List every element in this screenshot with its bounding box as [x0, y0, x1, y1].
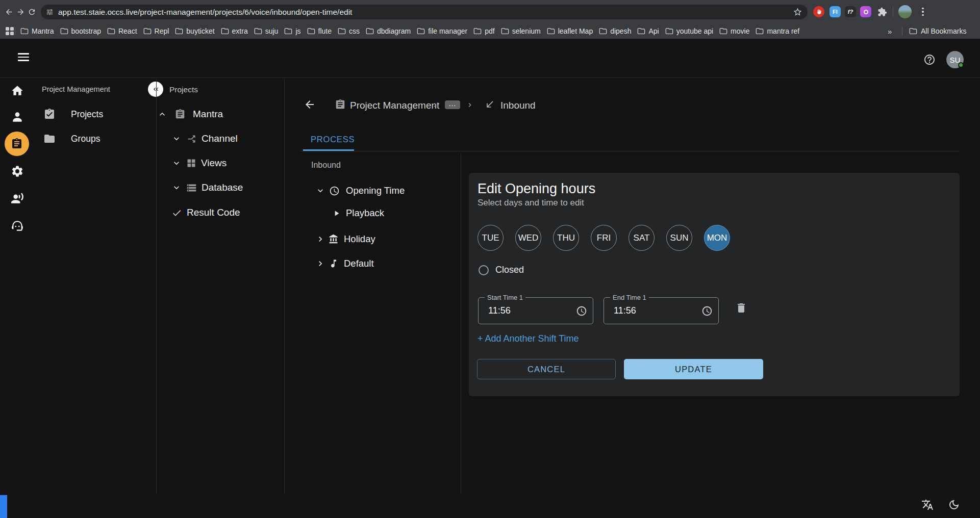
tab-process[interactable]: PROCESS: [311, 135, 355, 144]
translate-icon[interactable]: [921, 499, 934, 511]
playback-label: Playback: [346, 208, 384, 219]
browser-reload-icon[interactable]: [28, 7, 37, 16]
end-time-field[interactable]: End Time 1 11:56: [604, 297, 719, 324]
tree-node-playback[interactable]: Playback: [332, 208, 384, 219]
bookmark-item[interactable]: css: [338, 27, 360, 35]
rail-home-icon[interactable]: [11, 84, 24, 97]
folder-icon: [909, 27, 917, 35]
chevron-right-icon: [315, 258, 325, 269]
dark-mode-icon[interactable]: [948, 499, 960, 511]
tree-node-channel[interactable]: Channel: [171, 133, 238, 144]
tree-node-result-code[interactable]: Result Code: [171, 207, 240, 218]
bookmark-item[interactable]: movie: [719, 27, 749, 35]
menu-toggle-button[interactable]: [18, 53, 29, 61]
help-icon[interactable]: [923, 54, 936, 66]
back-nav-button[interactable]: [304, 98, 316, 111]
bookmark-item[interactable]: Api: [637, 27, 659, 35]
tree-node-database[interactable]: Database: [171, 182, 243, 193]
bookmarks-separator: [15, 27, 15, 35]
adblock-extension-icon[interactable]: [813, 6, 824, 17]
bookmarks-overflow-chevron[interactable]: »: [888, 23, 892, 39]
tree-channel-label: Channel: [202, 133, 238, 144]
day-chip-sat[interactable]: SAT: [629, 225, 655, 251]
bookmark-item[interactable]: youtube api: [665, 27, 713, 35]
browser-menu-icon[interactable]: [919, 6, 926, 17]
bookmark-item[interactable]: dipesh: [599, 27, 631, 35]
tree-node-views[interactable]: Views: [171, 158, 227, 169]
day-chip-thu[interactable]: THU: [553, 225, 579, 251]
folder-icon: [417, 27, 425, 35]
tree-node-default[interactable]: Default: [315, 258, 374, 269]
bookmark-item[interactable]: dbdiagram: [366, 27, 411, 35]
breadcrumb-ellipsis-button[interactable]: …: [445, 100, 460, 109]
bookmark-item[interactable]: leaflet Map: [547, 27, 593, 35]
extensions-puzzle-icon[interactable]: [876, 6, 888, 17]
rail-users-icon[interactable]: [11, 110, 24, 123]
bookmark-item[interactable]: file manager: [417, 27, 467, 35]
nav-item-projects[interactable]: Projects: [43, 108, 103, 120]
folder-icon: [175, 27, 183, 35]
bookmark-item[interactable]: suju: [254, 27, 279, 35]
collapse-panel-button[interactable]: [148, 82, 163, 97]
browser-toolbar: app.test.staie.occs.live/project-managem…: [0, 0, 980, 23]
breadcrumb-project-icon: [335, 99, 346, 110]
rail-agent-icon[interactable]: [11, 219, 24, 232]
edit-opening-hours-panel: Edit Opening hours Select days and time …: [469, 173, 960, 396]
day-chip-sun[interactable]: SUN: [666, 225, 692, 251]
breadcrumb-separator-icon: [431, 101, 439, 109]
site-controls-icon[interactable]: [46, 8, 54, 16]
bookmark-item[interactable]: Mantra: [20, 27, 54, 35]
all-bookmarks-button[interactable]: All Bookmarks: [909, 23, 966, 39]
bookmark-item[interactable]: selenium: [501, 27, 541, 35]
bookmark-item[interactable]: buyticket: [175, 27, 214, 35]
fi-extension-icon[interactable]: FI: [830, 6, 841, 17]
update-button[interactable]: UPDATE: [624, 359, 763, 379]
bookmark-item[interactable]: bootstrap: [60, 27, 101, 35]
bookmark-item[interactable]: Repl: [143, 27, 169, 35]
tree-node-opening-time[interactable]: Opening Time: [315, 185, 405, 196]
chevron-down-icon: [315, 186, 325, 196]
browser-forward-icon[interactable]: [16, 7, 26, 16]
holiday-label: Holiday: [344, 234, 375, 245]
apps-grid-icon[interactable]: [6, 27, 14, 35]
bookmark-label: suju: [265, 27, 279, 35]
inbound-call-received-icon: [485, 99, 495, 110]
day-chip-mon[interactable]: MON: [704, 225, 730, 251]
day-chip-tue[interactable]: TUE: [478, 225, 504, 251]
breadcrumb-project[interactable]: Project Management: [350, 100, 439, 111]
bookmark-item[interactable]: React: [107, 27, 137, 35]
rail-settings-icon[interactable]: [11, 165, 24, 178]
start-time-field[interactable]: Start Time 1 11:56: [478, 297, 593, 324]
bookmark-item[interactable]: pdf: [473, 27, 494, 35]
start-time-value: 11:56: [488, 305, 511, 316]
bookmarks-bar: MantrabootstrapReactReplbuyticketextrasu…: [0, 23, 980, 39]
fq-extension-icon[interactable]: f?: [845, 6, 856, 17]
radio-unchecked-icon[interactable]: [479, 265, 489, 275]
bookmark-item[interactable]: js: [284, 27, 300, 35]
tree-node-mantra[interactable]: Mantra: [157, 109, 223, 120]
day-chip-wed[interactable]: WED: [515, 225, 541, 251]
browser-profile-avatar[interactable]: [898, 5, 912, 18]
end-time-value: 11:56: [614, 305, 636, 316]
nav-item-groups[interactable]: Groups: [43, 133, 100, 145]
bookmark-label: css: [349, 27, 360, 35]
add-shift-link[interactable]: + Add Another Shift Time: [478, 333, 579, 344]
user-avatar[interactable]: SU: [946, 51, 964, 68]
day-chip-fri[interactable]: FRI: [591, 225, 617, 251]
bookmark-item[interactable]: extra: [221, 27, 248, 35]
tree-node-holiday[interactable]: Holiday: [315, 234, 375, 245]
bookmark-star-icon[interactable]: [793, 7, 802, 17]
closed-option[interactable]: Closed: [479, 265, 524, 275]
bookmark-item[interactable]: flute: [307, 27, 332, 35]
bookmark-item[interactable]: mantra ref: [756, 27, 799, 35]
rail-voice-icon[interactable]: [11, 192, 24, 205]
browser-back-icon[interactable]: [5, 7, 14, 16]
folder-icon: [338, 27, 346, 35]
clock-icon[interactable]: [701, 305, 713, 317]
cancel-button[interactable]: CANCEL: [477, 359, 616, 379]
purple-extension-icon[interactable]: [860, 6, 871, 17]
delete-shift-button[interactable]: [735, 302, 747, 314]
rail-projects-icon-active[interactable]: [5, 132, 29, 156]
url-bar[interactable]: app.test.staie.occs.live/project-managem…: [41, 5, 808, 19]
clock-icon[interactable]: [576, 305, 587, 317]
